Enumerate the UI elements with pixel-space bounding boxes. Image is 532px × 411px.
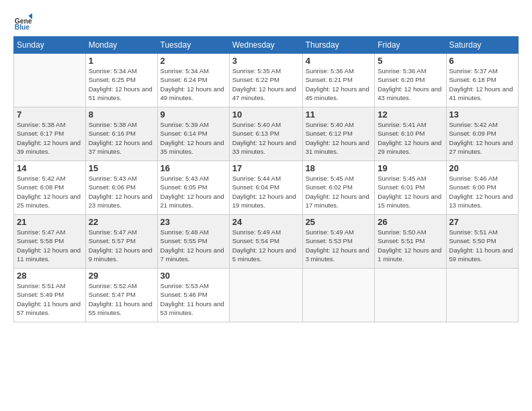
day-number: 26 xyxy=(378,217,443,227)
day-info: Sunrise: 5:45 AM Sunset: 6:02 PM Dayligh… xyxy=(306,174,372,210)
day-number: 19 xyxy=(378,163,443,173)
weekday-header: Saturday xyxy=(446,37,518,54)
day-info: Sunrise: 5:51 AM Sunset: 5:49 PM Dayligh… xyxy=(17,281,83,317)
day-number: 22 xyxy=(89,217,154,227)
calendar-cell: 20Sunrise: 5:46 AM Sunset: 6:00 PM Dayli… xyxy=(446,161,518,215)
header: General Blue xyxy=(13,11,519,30)
day-info: Sunrise: 5:46 AM Sunset: 6:00 PM Dayligh… xyxy=(449,174,515,210)
day-info: Sunrise: 5:36 AM Sunset: 6:21 PM Dayligh… xyxy=(306,66,372,102)
day-info: Sunrise: 5:43 AM Sunset: 6:06 PM Dayligh… xyxy=(89,174,154,210)
day-number: 4 xyxy=(306,56,372,66)
day-info: Sunrise: 5:38 AM Sunset: 6:17 PM Dayligh… xyxy=(17,120,83,156)
calendar-cell xyxy=(446,269,518,322)
weekday-header: Tuesday xyxy=(157,37,229,54)
calendar-cell: 3Sunrise: 5:35 AM Sunset: 6:22 PM Daylig… xyxy=(229,54,302,107)
day-info: Sunrise: 5:34 AM Sunset: 6:24 PM Dayligh… xyxy=(161,66,226,102)
day-info: Sunrise: 5:53 AM Sunset: 5:46 PM Dayligh… xyxy=(161,281,226,317)
weekday-header: Friday xyxy=(375,37,446,54)
calendar-week-row: 21Sunrise: 5:47 AM Sunset: 5:58 PM Dayli… xyxy=(14,215,519,269)
calendar-cell xyxy=(14,54,86,107)
calendar-cell: 23Sunrise: 5:48 AM Sunset: 5:55 PM Dayli… xyxy=(157,215,229,269)
calendar-cell: 30Sunrise: 5:53 AM Sunset: 5:46 PM Dayli… xyxy=(157,269,229,322)
day-number: 28 xyxy=(17,271,83,281)
calendar-cell: 19Sunrise: 5:45 AM Sunset: 6:01 PM Dayli… xyxy=(375,161,446,215)
calendar-cell xyxy=(229,269,302,322)
day-number: 24 xyxy=(232,217,300,227)
day-number: 7 xyxy=(17,109,83,120)
calendar-cell: 2Sunrise: 5:34 AM Sunset: 6:24 PM Daylig… xyxy=(157,54,229,107)
day-number: 18 xyxy=(306,163,372,173)
calendar-week-row: 14Sunrise: 5:42 AM Sunset: 6:08 PM Dayli… xyxy=(14,161,519,215)
day-info: Sunrise: 5:40 AM Sunset: 6:13 PM Dayligh… xyxy=(232,120,300,156)
calendar-cell: 4Sunrise: 5:36 AM Sunset: 6:21 PM Daylig… xyxy=(302,54,375,107)
calendar-cell: 15Sunrise: 5:43 AM Sunset: 6:06 PM Dayli… xyxy=(85,161,157,215)
day-number: 23 xyxy=(161,217,226,227)
calendar-cell xyxy=(375,269,446,322)
calendar-cell: 16Sunrise: 5:43 AM Sunset: 6:05 PM Dayli… xyxy=(157,161,229,215)
weekday-header: Sunday xyxy=(14,37,86,54)
day-info: Sunrise: 5:44 AM Sunset: 6:04 PM Dayligh… xyxy=(232,174,300,210)
weekday-header: Monday xyxy=(85,37,157,54)
svg-text:Blue: Blue xyxy=(15,24,30,30)
day-info: Sunrise: 5:48 AM Sunset: 5:55 PM Dayligh… xyxy=(161,228,226,263)
calendar-cell: 17Sunrise: 5:44 AM Sunset: 6:04 PM Dayli… xyxy=(229,161,302,215)
day-info: Sunrise: 5:39 AM Sunset: 6:14 PM Dayligh… xyxy=(161,120,226,156)
calendar-cell: 13Sunrise: 5:42 AM Sunset: 6:09 PM Dayli… xyxy=(446,107,518,161)
day-info: Sunrise: 5:47 AM Sunset: 5:57 PM Dayligh… xyxy=(89,228,154,263)
day-number: 5 xyxy=(378,56,443,66)
calendar-week-row: 1Sunrise: 5:34 AM Sunset: 6:25 PM Daylig… xyxy=(14,54,519,107)
day-info: Sunrise: 5:52 AM Sunset: 5:47 PM Dayligh… xyxy=(89,281,154,317)
day-info: Sunrise: 5:35 AM Sunset: 6:22 PM Dayligh… xyxy=(232,66,300,102)
calendar-week-row: 28Sunrise: 5:51 AM Sunset: 5:49 PM Dayli… xyxy=(14,269,519,322)
day-number: 8 xyxy=(89,109,154,120)
day-number: 16 xyxy=(161,163,226,173)
calendar-cell: 18Sunrise: 5:45 AM Sunset: 6:02 PM Dayli… xyxy=(302,161,375,215)
calendar-cell xyxy=(302,269,375,322)
calendar-cell: 26Sunrise: 5:50 AM Sunset: 5:51 PM Dayli… xyxy=(375,215,446,269)
calendar-week-row: 7Sunrise: 5:38 AM Sunset: 6:17 PM Daylig… xyxy=(14,107,519,161)
day-number: 14 xyxy=(17,163,83,173)
calendar-cell: 12Sunrise: 5:41 AM Sunset: 6:10 PM Dayli… xyxy=(375,107,446,161)
calendar-page: General Blue SundayMondayTuesdayWednesda… xyxy=(0,0,532,411)
day-info: Sunrise: 5:34 AM Sunset: 6:25 PM Dayligh… xyxy=(89,66,154,102)
weekday-header: Wednesday xyxy=(229,37,302,54)
day-info: Sunrise: 5:49 AM Sunset: 5:53 PM Dayligh… xyxy=(306,228,372,263)
day-number: 30 xyxy=(161,271,226,281)
calendar-cell: 6Sunrise: 5:37 AM Sunset: 6:18 PM Daylig… xyxy=(446,54,518,107)
calendar-cell: 29Sunrise: 5:52 AM Sunset: 5:47 PM Dayli… xyxy=(85,269,157,322)
calendar-cell: 10Sunrise: 5:40 AM Sunset: 6:13 PM Dayli… xyxy=(229,107,302,161)
day-number: 17 xyxy=(232,163,300,173)
day-info: Sunrise: 5:47 AM Sunset: 5:58 PM Dayligh… xyxy=(17,228,83,263)
calendar-cell: 27Sunrise: 5:51 AM Sunset: 5:50 PM Dayli… xyxy=(446,215,518,269)
calendar-cell: 25Sunrise: 5:49 AM Sunset: 5:53 PM Dayli… xyxy=(302,215,375,269)
day-info: Sunrise: 5:50 AM Sunset: 5:51 PM Dayligh… xyxy=(378,228,443,263)
calendar-cell: 5Sunrise: 5:36 AM Sunset: 6:20 PM Daylig… xyxy=(375,54,446,107)
calendar-table: SundayMondayTuesdayWednesdayThursdayFrid… xyxy=(13,36,519,322)
calendar-cell: 24Sunrise: 5:49 AM Sunset: 5:54 PM Dayli… xyxy=(229,215,302,269)
day-number: 29 xyxy=(89,271,154,281)
day-number: 2 xyxy=(161,56,226,66)
day-number: 25 xyxy=(306,217,372,227)
day-info: Sunrise: 5:49 AM Sunset: 5:54 PM Dayligh… xyxy=(232,228,300,263)
calendar-cell: 11Sunrise: 5:40 AM Sunset: 6:12 PM Dayli… xyxy=(302,107,375,161)
day-number: 15 xyxy=(89,163,154,173)
calendar-cell: 7Sunrise: 5:38 AM Sunset: 6:17 PM Daylig… xyxy=(14,107,86,161)
calendar-cell: 9Sunrise: 5:39 AM Sunset: 6:14 PM Daylig… xyxy=(157,107,229,161)
logo-icon: General Blue xyxy=(13,11,32,30)
day-number: 20 xyxy=(449,163,515,173)
calendar-cell: 14Sunrise: 5:42 AM Sunset: 6:08 PM Dayli… xyxy=(14,161,86,215)
day-info: Sunrise: 5:36 AM Sunset: 6:20 PM Dayligh… xyxy=(378,66,443,102)
calendar-cell: 22Sunrise: 5:47 AM Sunset: 5:57 PM Dayli… xyxy=(85,215,157,269)
day-number: 27 xyxy=(449,217,515,227)
day-info: Sunrise: 5:42 AM Sunset: 6:09 PM Dayligh… xyxy=(449,120,515,156)
calendar-cell: 21Sunrise: 5:47 AM Sunset: 5:58 PM Dayli… xyxy=(14,215,86,269)
day-info: Sunrise: 5:41 AM Sunset: 6:10 PM Dayligh… xyxy=(378,120,443,156)
day-info: Sunrise: 5:45 AM Sunset: 6:01 PM Dayligh… xyxy=(378,174,443,210)
day-number: 13 xyxy=(449,109,515,120)
day-number: 1 xyxy=(89,56,154,66)
day-number: 11 xyxy=(306,109,372,120)
day-number: 3 xyxy=(232,56,300,66)
day-number: 21 xyxy=(17,217,83,227)
weekday-header: Thursday xyxy=(302,37,375,54)
day-info: Sunrise: 5:42 AM Sunset: 6:08 PM Dayligh… xyxy=(17,174,83,210)
